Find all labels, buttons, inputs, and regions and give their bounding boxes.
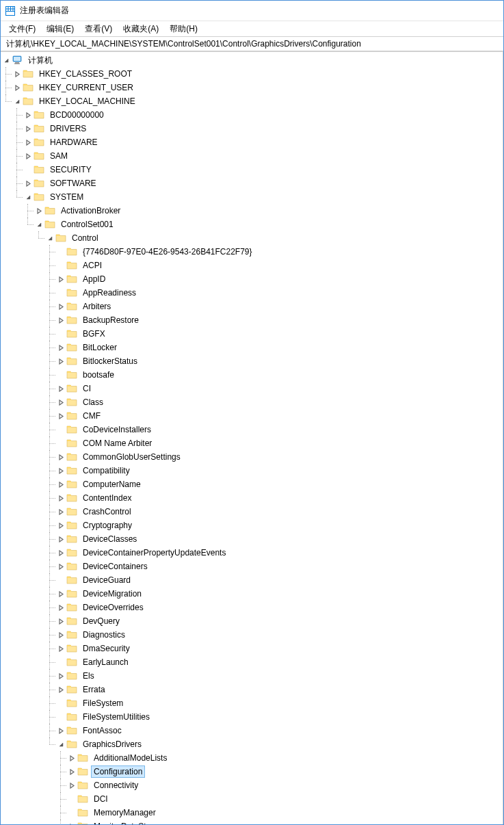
expander-closed-icon[interactable] xyxy=(55,506,66,517)
tree-item[interactable]: AdditionalModeLists xyxy=(1,751,503,765)
tree-item[interactable]: CMF xyxy=(1,409,503,423)
tree-item[interactable]: HKEY_CLASSES_ROOT xyxy=(1,67,503,81)
tree-item[interactable]: Compatibility xyxy=(1,464,503,477)
expander-closed-icon[interactable] xyxy=(55,274,66,285)
tree-item-label[interactable]: CI xyxy=(80,382,94,395)
tree-item-label[interactable]: Els xyxy=(80,670,97,682)
tree-item-label[interactable]: CommonGlobUserSettings xyxy=(80,451,183,463)
expander-closed-icon[interactable] xyxy=(55,534,66,545)
expander-closed-icon[interactable] xyxy=(55,629,66,640)
tree-item[interactable]: BGFX xyxy=(1,327,503,341)
tree-item[interactable]: AppID xyxy=(1,272,503,286)
tree-item-label[interactable]: CrashControl xyxy=(80,506,134,518)
tree-item-label[interactable]: BGFX xyxy=(80,328,108,340)
tree-item-label[interactable]: COM Name Arbiter xyxy=(80,437,155,449)
expander-closed-icon[interactable] xyxy=(55,493,66,503)
expander-closed-icon[interactable] xyxy=(55,315,66,326)
tree-item-label[interactable]: ComputerName xyxy=(80,478,144,490)
tree-item[interactable]: FontAssoc xyxy=(1,724,503,737)
tree-item[interactable]: SOFTWARE xyxy=(1,176,503,190)
expander-closed-icon[interactable] xyxy=(55,397,66,408)
tree-item[interactable]: SAM xyxy=(1,149,503,163)
expander-closed-icon[interactable] xyxy=(55,301,66,312)
tree-item[interactable]: GraphicsDrivers xyxy=(1,737,503,751)
tree-item-label[interactable]: SYSTEM xyxy=(47,191,86,203)
expander-closed-icon[interactable] xyxy=(66,821,77,824)
tree-item-label[interactable]: DevQuery xyxy=(80,615,122,627)
expander-open-icon[interactable] xyxy=(44,233,55,244)
tree-item[interactable]: DeviceGuard xyxy=(1,573,503,587)
tree-item-label[interactable]: DeviceMigration xyxy=(80,588,144,600)
tree-item[interactable]: BitlockerStatus xyxy=(1,354,503,368)
tree-item[interactable]: SYSTEM xyxy=(1,190,503,204)
tree-item-label[interactable]: DCI xyxy=(91,793,111,805)
tree-item-label[interactable]: GraphicsDrivers xyxy=(80,738,144,750)
tree-item[interactable]: Arbiters xyxy=(1,300,503,313)
tree-item-label[interactable]: FontAssoc xyxy=(80,724,124,737)
tree-item-label[interactable]: AppID xyxy=(80,273,108,285)
tree-item-label[interactable]: CoDeviceInstallers xyxy=(80,423,154,436)
tree-item[interactable]: ACPI xyxy=(1,259,503,272)
tree-item[interactable]: Diagnostics xyxy=(1,628,503,642)
tree-item-label[interactable]: HARDWARE xyxy=(47,136,101,148)
address-input[interactable] xyxy=(5,38,499,49)
tree-item[interactable]: BitLocker xyxy=(1,341,503,354)
expander-open-icon[interactable] xyxy=(34,219,44,230)
tree-item[interactable]: DeviceOverrides xyxy=(1,601,503,614)
expander-closed-icon[interactable] xyxy=(23,137,34,148)
tree-item-label[interactable]: bootsafe xyxy=(80,369,117,381)
tree-item-label[interactable]: DeviceOverrides xyxy=(80,601,146,614)
tree-item[interactable]: ComputerName xyxy=(1,477,503,491)
expander-closed-icon[interactable] xyxy=(55,547,66,558)
tree-item-label[interactable]: SAM xyxy=(47,150,70,162)
expander-closed-icon[interactable] xyxy=(55,643,66,654)
tree-item-label[interactable]: ContentIndex xyxy=(80,492,134,504)
tree-item-label[interactable]: BackupRestore xyxy=(80,314,142,326)
expander-closed-icon[interactable] xyxy=(66,766,77,777)
tree-item[interactable]: Errata xyxy=(1,683,503,696)
tree-item[interactable]: HKEY_CURRENT_USER xyxy=(1,81,503,94)
tree-item[interactable]: EarlyLaunch xyxy=(1,655,503,669)
tree-item[interactable]: Els xyxy=(1,669,503,683)
expander-closed-icon[interactable] xyxy=(34,205,44,216)
menu-help[interactable]: 帮助(H) xyxy=(164,22,203,36)
tree-item[interactable]: Configuration xyxy=(1,765,503,778)
tree-item[interactable]: DCI xyxy=(1,792,503,806)
tree-item-label[interactable]: DRIVERS xyxy=(47,122,89,135)
tree-item[interactable]: Connectivity xyxy=(1,778,503,792)
tree-item-label[interactable]: EarlyLaunch xyxy=(80,656,131,668)
tree-item-label[interactable]: AdditionalModeLists xyxy=(91,752,170,764)
tree-item-label[interactable]: Control xyxy=(69,232,101,244)
expander-closed-icon[interactable] xyxy=(23,109,34,120)
expander-closed-icon[interactable] xyxy=(55,602,66,613)
expander-closed-icon[interactable] xyxy=(23,178,34,189)
tree-item[interactable]: CI xyxy=(1,382,503,395)
tree-item[interactable]: ActivationBroker xyxy=(1,204,503,218)
tree-item[interactable]: HKEY_LOCAL_MACHINE xyxy=(1,94,503,108)
expander-closed-icon[interactable] xyxy=(55,616,66,627)
tree-item-label[interactable]: HKEY_CURRENT_USER xyxy=(36,81,136,94)
tree-item[interactable]: {7746D80F-97E0-4E26-9543-26B41FC22F79} xyxy=(1,245,503,259)
tree-item-label[interactable]: FileSystemUtilities xyxy=(80,711,152,723)
tree-item[interactable]: Cryptography xyxy=(1,519,503,532)
tree-item[interactable]: DeviceContainerPropertyUpdateEvents xyxy=(1,546,503,560)
tree-item-label[interactable]: 计算机 xyxy=(25,53,55,68)
expander-closed-icon[interactable] xyxy=(55,465,66,476)
tree-item[interactable]: MemoryManager xyxy=(1,806,503,820)
tree-item[interactable]: CrashControl xyxy=(1,505,503,519)
tree-item-label[interactable]: Arbiters xyxy=(80,300,114,313)
registry-tree[interactable]: 计算机HKEY_CLASSES_ROOTHKEY_CURRENT_USERHKE… xyxy=(1,52,503,824)
tree-item[interactable]: bootsafe xyxy=(1,368,503,382)
tree-item-label[interactable]: MemoryManager xyxy=(91,807,159,819)
tree-item[interactable]: Control xyxy=(1,231,503,245)
tree-item-label[interactable]: Connectivity xyxy=(91,779,141,791)
tree-item-label[interactable]: Diagnostics xyxy=(80,629,128,641)
tree-item[interactable]: SECURITY xyxy=(1,163,503,176)
expander-closed-icon[interactable] xyxy=(55,588,66,599)
tree-item[interactable]: DevQuery xyxy=(1,614,503,628)
tree-item-label[interactable]: DeviceContainers xyxy=(80,560,150,573)
tree-item[interactable]: BackupRestore xyxy=(1,313,503,327)
menu-favorites[interactable]: 收藏夹(A) xyxy=(118,22,164,36)
tree-item[interactable]: 计算机 xyxy=(1,53,503,67)
tree-item[interactable]: DRIVERS xyxy=(1,122,503,135)
